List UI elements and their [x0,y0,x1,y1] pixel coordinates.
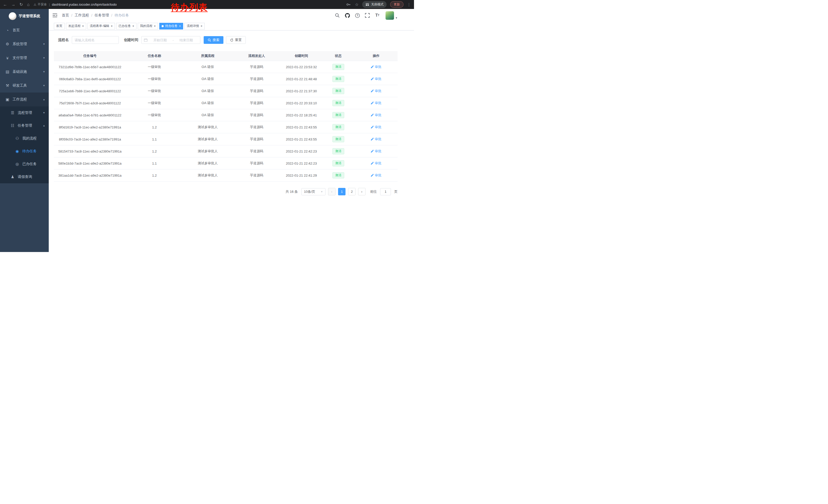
chevron-down-icon: ▼ [43,111,45,114]
sidebar-item-dev-tools[interactable]: ⚒ 研发工具 ▼ [0,79,49,93]
password-key-icon[interactable] [346,2,351,7]
search-icon[interactable] [334,12,340,18]
cell-initiator: 芋道源码 [233,149,281,153]
browser-forward-button[interactable]: → [11,3,15,7]
edit-pencil-icon [371,78,374,81]
goto-page-input[interactable] [380,188,391,195]
tab-start-process[interactable]: 发起流程 × [66,23,86,30]
cell-task-name: 1.2 [126,125,182,129]
top-navbar: 首页 / 工作流程 / 任务管理 / 待办任务 ? [49,9,414,22]
approve-link[interactable]: 审批 [371,161,381,166]
sidebar-item-leave-query[interactable]: ♟ 请假查询 [0,171,49,183]
page-button-2[interactable]: 2 [348,188,356,195]
app-logo[interactable]: 芋道管理系统 [0,9,49,23]
cell-process: 测试多审批人 [182,173,233,178]
cell-process: 测试多审批人 [182,149,233,153]
edit-pencil-icon [371,101,374,104]
tab-process-form-edit[interactable]: 流程表单-编辑 × [87,23,115,30]
sidebar-item-done-task[interactable]: ◎ 已办任务 [0,158,49,171]
refresh-icon [230,39,234,42]
edit-pencil-icon [371,162,374,165]
page-button-1[interactable]: 1 [338,188,345,195]
sidebar-item-infrastructure[interactable]: ▤ 基础设施 ▼ [0,65,49,79]
start-date-input[interactable] [149,38,172,42]
cell-initiator: 芋道源码 [233,113,281,118]
close-icon[interactable]: × [132,25,134,28]
cell-task-id: 75d72608-7b7f-11ec-a3c8-acde48001122 [54,101,126,105]
todo-task-icon: ◉ [15,149,19,153]
process-name-input[interactable] [72,36,119,44]
user-menu[interactable]: ▼ [385,11,398,20]
breadcrumb-separator: / [111,13,112,17]
cell-created-time: 2022-01-21 22:42:23 [281,149,322,153]
close-icon[interactable]: × [82,25,84,28]
browser-update-button[interactable]: 更新 [390,1,404,8]
prev-page-button[interactable]: ‹ [328,188,335,195]
breadcrumb-home[interactable]: 首页 [62,13,69,18]
close-icon[interactable]: × [111,25,113,28]
table-row: 58154733-7ac8-11ec-a9e2-a2380e71991a 1.2… [54,145,398,157]
sidebar-item-payment-management[interactable]: ¥ 支付管理 ▼ [0,51,49,65]
sidebar-item-workflow[interactable]: ▣ 工作流程 ▲ [0,93,49,106]
browser-refresh-button[interactable]: ↻ [19,3,23,7]
payment-icon: ¥ [5,56,10,60]
sidebar-item-my-process[interactable]: ⚇ 我的流程 [0,132,49,145]
approve-link[interactable]: 审批 [371,137,381,141]
sidebar-item-home[interactable]: ◔ 首页 [0,23,49,37]
browser-menu-icon[interactable]: ⋮ [407,2,411,7]
infrastructure-icon: ▤ [5,70,10,74]
next-page-button[interactable]: › [358,188,366,195]
avatar[interactable] [385,11,394,20]
approve-link[interactable]: 审批 [371,101,381,105]
cell-initiator: 芋道源码 [233,137,281,141]
breadcrumb-workflow[interactable]: 工作流程 [75,13,89,18]
sidebar-item-todo-task[interactable]: ◉ 待办任务 [0,145,49,158]
approve-link[interactable]: 审批 [371,173,381,178]
tab-done-task[interactable]: 已办任务 × [116,23,136,30]
approve-link[interactable]: 审批 [371,149,381,153]
tab-process-detail[interactable]: 流程详情 × [184,23,205,30]
approve-link[interactable]: 审批 [371,125,381,130]
incognito-badge: 无痕模式 [362,1,386,8]
date-range-picker[interactable]: - [141,36,200,44]
reset-button[interactable]: 重置 [226,36,246,44]
close-icon[interactable]: × [179,25,181,28]
tab-todo-task[interactable]: 待办任务 × [159,23,183,30]
close-icon[interactable]: × [201,25,202,28]
font-size-icon[interactable]: TT [374,12,380,18]
bookmark-star-icon[interactable]: ☆ [355,3,359,7]
cell-process: OA 请假 [182,113,233,118]
approve-link[interactable]: 审批 [371,113,381,118]
search-button[interactable]: 搜索 [204,36,223,44]
todo-task-table: 任务编号 任务名称 所属流程 流程发起人 创建时间 状态 操作 73211d9d… [54,51,398,182]
approve-link[interactable]: 审批 [371,77,381,81]
status-badge: 激活 [332,88,344,94]
fullscreen-icon[interactable] [365,12,370,18]
cell-task-id: 73211d9d-7b9b-11ec-b5b7-acde48001122 [54,65,126,69]
address-bar[interactable]: ⚠ 不安全 | dashboard.yudao.iocoder.cn/bpm/t… [34,2,117,7]
sidebar: 芋道管理系统 ◔ 首页 ⚙ 系统管理 ▼ ¥ 支付管理 ▼ ▤ 基础设施 ▼ [0,9,49,252]
approve-link[interactable]: 审批 [371,89,381,93]
close-icon[interactable]: × [154,25,156,28]
github-icon[interactable] [344,12,350,18]
tab-my-process[interactable]: 我的流程 × [138,23,158,30]
sidebar-item-system-management[interactable]: ⚙ 系统管理 ▼ [0,37,49,51]
warning-icon: ⚠ [34,3,36,6]
help-icon[interactable]: ? [355,12,360,18]
address-divider: | [49,3,50,6]
page-size-select[interactable]: 10条/页 ▼ [301,188,326,195]
sidebar-collapse-icon[interactable] [52,13,57,17]
browser-home-button[interactable]: ⌂ [27,3,30,7]
tab-home[interactable]: 首页 [54,23,65,30]
dashboard-icon: ◔ [5,28,10,33]
status-badge: 激活 [332,124,344,130]
browser-back-button[interactable]: ← [3,3,7,7]
sidebar-item-process-management[interactable]: ☰ 流程管理 ▼ [0,106,49,119]
approve-link[interactable]: 审批 [371,64,381,69]
app-title: 芋道管理系统 [19,14,40,18]
caret-down-icon[interactable]: ▼ [395,17,398,20]
status-badge: 激活 [332,148,344,154]
end-date-input[interactable] [175,38,198,42]
sidebar-item-task-management[interactable]: ☷ 任务管理 ▲ [0,119,49,132]
breadcrumb-task-management[interactable]: 任务管理 [95,13,109,18]
